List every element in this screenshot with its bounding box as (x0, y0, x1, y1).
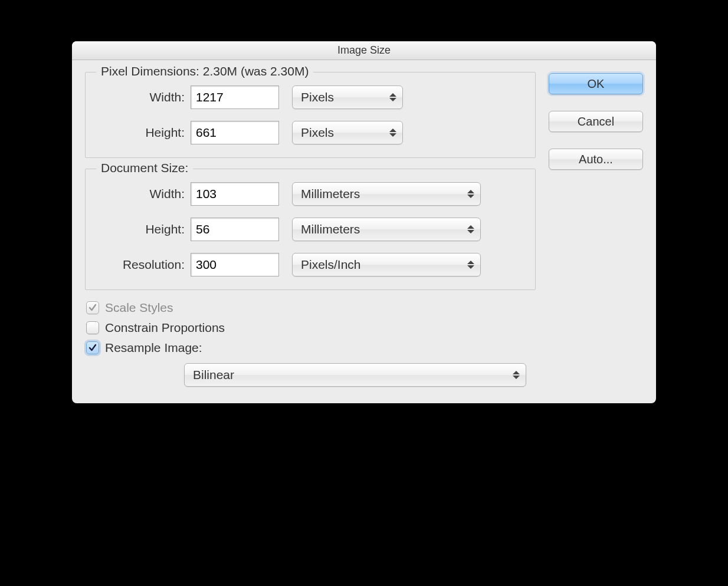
scale-styles-label: Scale Styles (105, 301, 173, 315)
doc-width-label: Width: (96, 187, 191, 201)
stepper-icon (467, 225, 474, 233)
doc-width-row: Width: Millimeters (96, 182, 524, 206)
constrain-proportions-checkbox[interactable] (86, 321, 99, 334)
resolution-label: Resolution: (96, 258, 191, 272)
resolution-input[interactable] (191, 253, 279, 276)
window-titlebar: Image Size (72, 41, 656, 60)
pixel-width-input[interactable] (191, 85, 279, 109)
doc-height-unit-value: Millimeters (301, 222, 360, 236)
pixel-height-unit-select[interactable]: Pixels (292, 121, 403, 144)
pixel-width-unit-value: Pixels (301, 90, 334, 104)
stepper-icon (513, 371, 520, 379)
pixel-dimensions-legend: Pixel Dimensions: 2.30M (was 2.30M) (96, 64, 313, 78)
doc-height-row: Height: Millimeters (96, 218, 524, 241)
pixel-height-input[interactable] (191, 121, 279, 144)
pixel-height-row: Height: Pixels (96, 121, 524, 144)
resample-label: Resample Image: (105, 341, 202, 355)
resolution-unit-value: Pixels/Inch (301, 258, 361, 272)
auto-button-label: Auto... (579, 153, 613, 166)
pixel-width-label: Width: (96, 90, 191, 104)
doc-width-unit-value: Millimeters (301, 187, 360, 201)
document-size-group: Document Size: Width: Millimeters Height… (85, 169, 536, 290)
document-size-legend: Document Size: (96, 161, 193, 175)
resample-image-checkbox[interactable] (86, 341, 99, 354)
auto-button[interactable]: Auto... (549, 149, 643, 170)
image-size-dialog: Image Size Pixel Dimensions: 2.30M (was … (72, 41, 656, 403)
scale-styles-row: Scale Styles (85, 301, 536, 315)
stepper-icon (389, 93, 396, 101)
pixel-height-unit-value: Pixels (301, 126, 334, 140)
doc-height-label: Height: (96, 222, 191, 236)
constrain-row: Constrain Proportions (85, 321, 536, 335)
resolution-unit-select[interactable]: Pixels/Inch (292, 253, 481, 276)
ok-button-label: OK (588, 77, 605, 91)
window-title: Image Size (337, 44, 391, 57)
dialog-content: Pixel Dimensions: 2.30M (was 2.30M) Widt… (72, 60, 656, 403)
resolution-row: Resolution: Pixels/Inch (96, 253, 524, 276)
check-icon (88, 344, 97, 352)
ok-button[interactable]: OK (549, 73, 643, 94)
check-icon (88, 304, 97, 312)
doc-width-unit-select[interactable]: Millimeters (292, 182, 481, 206)
doc-height-input[interactable] (191, 218, 279, 241)
pixel-width-row: Width: Pixels (96, 85, 524, 109)
stepper-icon (467, 190, 474, 198)
resample-method-value: Bilinear (193, 368, 234, 382)
button-column: OK Cancel Auto... (549, 72, 643, 387)
cancel-button[interactable]: Cancel (549, 111, 643, 132)
stepper-icon (467, 261, 474, 269)
stepper-icon (389, 129, 396, 137)
scale-styles-checkbox (86, 301, 99, 314)
cancel-button-label: Cancel (578, 115, 614, 129)
left-column: Pixel Dimensions: 2.30M (was 2.30M) Widt… (85, 72, 536, 387)
pixel-width-unit-select[interactable]: Pixels (292, 85, 403, 109)
pixel-height-label: Height: (96, 126, 191, 140)
pixel-dimensions-group: Pixel Dimensions: 2.30M (was 2.30M) Widt… (85, 72, 536, 158)
doc-height-unit-select[interactable]: Millimeters (292, 218, 481, 241)
resample-method-row: Bilinear (85, 363, 536, 387)
doc-width-input[interactable] (191, 182, 279, 206)
resample-method-select[interactable]: Bilinear (184, 363, 526, 387)
constrain-label: Constrain Proportions (105, 321, 225, 335)
resample-row: Resample Image: (85, 341, 536, 355)
